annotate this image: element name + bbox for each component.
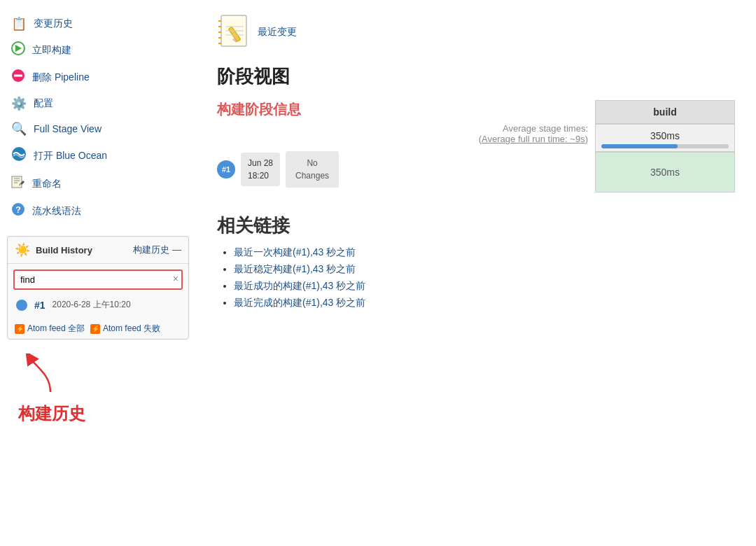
build-history-box: ☀️ Build History 构建历史 — × #1 2020-6-28 上… (7, 236, 189, 340)
related-link-2[interactable]: 最近成功的构建(#1),43 秒之前 (234, 280, 365, 291)
recent-changes-bar: 最近变更 (217, 14, 735, 50)
stage-avg-time: 350ms (601, 130, 729, 141)
book-icon: 📋 (11, 16, 27, 31)
atom-all-label: Atom feed 全部 (27, 323, 85, 335)
list-item: 最近成功的构建(#1),43 秒之前 (234, 280, 735, 293)
svg-rect-4 (12, 176, 22, 188)
sidebar-label-change-history[interactable]: 变更历史 (34, 18, 73, 30)
build-history-title: Build History (36, 245, 127, 255)
stage-view-title: 阶段视图 (217, 64, 735, 89)
stage-avg-text: Average stage times: (Average full run t… (217, 123, 595, 144)
sidebar-label-configure[interactable]: 配置 (34, 97, 53, 110)
sun-icon: ☀️ (15, 242, 30, 258)
build-time-label: 18:20 (248, 169, 273, 182)
blue-ocean-icon (11, 146, 27, 165)
sidebar-item-open-blue-ocean[interactable]: 打开 Blue Ocean (0, 141, 196, 170)
recent-changes-link[interactable]: 最近变更 (258, 26, 297, 38)
build-badge[interactable]: #1 (217, 160, 235, 178)
sidebar-item-delete-pipeline[interactable]: 删除 Pipeline (0, 64, 196, 91)
atom-all-icon: ⚡ (15, 324, 24, 334)
sidebar-item-build-now[interactable]: 立即构建 (0, 36, 196, 64)
stage-build-time-cell: 350ms (595, 152, 735, 192)
list-item: 最近完成的构建(#1),43 秒之前 (234, 297, 735, 309)
list-item: 最近一次构建(#1),43 秒之前 (234, 246, 735, 259)
stage-avg-time-cell: 350ms (595, 124, 735, 152)
sidebar-item-pipeline-syntax[interactable]: ? 流水线语法 (0, 197, 196, 225)
notebook-icon (217, 14, 251, 50)
sidebar-label-build-now[interactable]: 立即构建 (32, 44, 71, 57)
sidebar-label-full-stage-view[interactable]: Full Stage View (34, 123, 102, 134)
related-link-3[interactable]: 最近完成的构建(#1),43 秒之前 (234, 297, 365, 308)
annotation-arrow-svg (22, 354, 78, 396)
main-content: 最近变更 阶段视图 构建阶段信息 Average stage times: (A… (196, 0, 756, 546)
no-changes-line1: No (295, 157, 329, 169)
atom-feed-all-link[interactable]: ⚡ Atom feed 全部 (15, 323, 85, 335)
stage-left: 构建阶段信息 Average stage times: (Average ful… (217, 100, 595, 192)
related-link-0[interactable]: 最近一次构建(#1),43 秒之前 (234, 246, 356, 258)
sidebar-label-open-blue-ocean[interactable]: 打开 Blue Ocean (34, 150, 107, 162)
no-changes-line2: Changes (295, 169, 329, 182)
list-item: 最近稳定构建(#1),43 秒之前 (234, 263, 735, 276)
build-info-box: Jun 28 18:20 (241, 153, 280, 186)
build-date-label: Jun 28 (248, 157, 273, 169)
sidebar: 📋 变更历史 立即构建 删除 Pipeline ⚙️ 配置 🔍 Full Sta… (0, 0, 196, 546)
build-list: #1 2020-6-28 上午10:20 (8, 293, 188, 318)
build-search-wrap: × (8, 264, 188, 293)
delete-icon (11, 69, 25, 86)
magnifier-icon: 🔍 (11, 121, 27, 136)
build-history-link[interactable]: 构建历史 — (133, 244, 181, 256)
related-link-1[interactable]: 最近稳定构建(#1),43 秒之前 (234, 263, 356, 274)
atom-links: ⚡ Atom feed 全部 ⚡ Atom feed 失败 (8, 318, 188, 339)
annotation-label: 构建历史 (8, 402, 196, 425)
sidebar-item-change-history[interactable]: 📋 变更历史 (0, 11, 196, 36)
build-row: #1 Jun 28 18:20 No Changes (217, 151, 595, 188)
atom-failed-label: Atom feed 失败 (103, 323, 160, 335)
stage-progress-bar (601, 144, 729, 148)
sidebar-label-delete-pipeline[interactable]: 删除 Pipeline (32, 71, 90, 84)
stage-progress-fill (601, 144, 678, 148)
sidebar-label-rename[interactable]: 重命名 (32, 178, 62, 190)
svg-text:?: ? (15, 204, 21, 215)
stage-info-header: 构建阶段信息 (217, 100, 595, 119)
build-search-input[interactable] (13, 270, 183, 290)
question-icon: ? (11, 202, 25, 220)
clear-search-button[interactable]: × (173, 273, 178, 284)
atom-failed-icon: ⚡ (90, 324, 100, 334)
rename-icon (11, 175, 25, 192)
sidebar-item-full-stage-view[interactable]: 🔍 Full Stage View (0, 116, 196, 141)
stage-right: build 350ms 350ms (595, 100, 735, 192)
sidebar-item-rename[interactable]: 重命名 (0, 170, 196, 197)
related-links-title: 相关链接 (217, 214, 735, 238)
build-history-header: ☀️ Build History 构建历史 — (8, 237, 188, 264)
sidebar-label-pipeline-syntax[interactable]: 流水线语法 (32, 205, 81, 218)
gear-icon: ⚙️ (11, 96, 27, 111)
build-status-ball (16, 300, 27, 311)
atom-feed-failed-link[interactable]: ⚡ Atom feed 失败 (90, 323, 160, 335)
sidebar-item-configure[interactable]: ⚙️ 配置 (0, 91, 196, 116)
stage-column-header: build (595, 100, 735, 124)
build-date: 2020-6-28 上午10:20 (52, 299, 131, 311)
related-links-list: 最近一次构建(#1),43 秒之前 最近稳定构建(#1),43 秒之前 最近成功… (217, 246, 735, 309)
build-number-link[interactable]: #1 (34, 300, 46, 311)
stage-container: 构建阶段信息 Average stage times: (Average ful… (217, 100, 735, 192)
build-icon (11, 41, 25, 59)
build-list-item[interactable]: #1 2020-6-28 上午10:20 (8, 295, 188, 314)
no-changes-box: No Changes (286, 151, 339, 188)
